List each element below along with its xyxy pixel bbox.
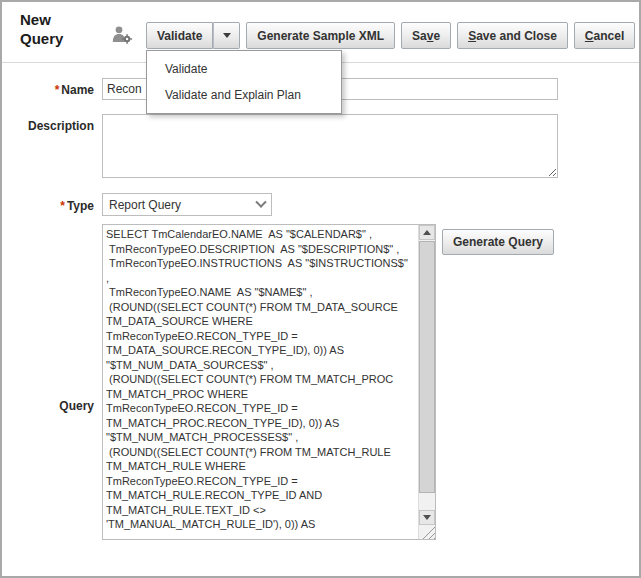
menu-item-validate-explain-plan[interactable]: Validate and Explain Plan — [147, 82, 341, 108]
menu-item-validate[interactable]: Validate — [147, 56, 341, 82]
scroll-down-button[interactable] — [419, 510, 435, 525]
resize-grip-icon[interactable] — [421, 525, 435, 539]
name-label: *Name — [2, 83, 94, 97]
query-label: Query — [2, 399, 94, 413]
page-title: New Query — [20, 10, 94, 48]
cancel-button[interactable]: Cancel — [574, 22, 635, 49]
required-marker: * — [55, 83, 60, 97]
save-and-close-button[interactable]: Save and Close — [457, 22, 568, 49]
type-select-value: Report Query — [109, 198, 181, 212]
new-query-dialog: New Query Validate Generate Sample XML S… — [0, 0, 641, 578]
validate-menu: Validate Validate and Explain Plan — [146, 50, 342, 114]
validate-dropdown-button[interactable] — [213, 22, 240, 49]
chevron-down-icon — [255, 196, 266, 207]
description-label: Description — [2, 119, 94, 133]
required-marker: * — [60, 199, 65, 213]
type-select[interactable]: Report Query — [102, 193, 272, 216]
query-text[interactable]: SELECT TmCalendarEO.NAME AS "$CALENDAR$"… — [103, 225, 418, 539]
toolbar: Validate Generate Sample XML Save Save a… — [146, 22, 635, 49]
type-label: *Type — [2, 199, 94, 213]
query-scrollbar[interactable] — [418, 225, 435, 539]
validate-split-button: Validate — [146, 22, 240, 49]
scrollbar-thumb[interactable] — [419, 241, 435, 493]
user-settings-icon — [111, 25, 133, 45]
description-textarea[interactable] — [102, 114, 558, 178]
dropdown-arrow-icon — [223, 33, 231, 38]
validate-button[interactable]: Validate — [146, 22, 213, 49]
query-textarea[interactable]: SELECT TmCalendarEO.NAME AS "$CALENDAR$"… — [102, 224, 436, 540]
save-button[interactable]: Save — [401, 22, 451, 49]
scroll-up-button[interactable] — [419, 225, 435, 240]
scroll-down-icon — [423, 515, 431, 520]
generate-sample-xml-button[interactable]: Generate Sample XML — [246, 22, 395, 49]
generate-query-button[interactable]: Generate Query — [442, 229, 554, 255]
scroll-up-icon — [423, 230, 431, 235]
